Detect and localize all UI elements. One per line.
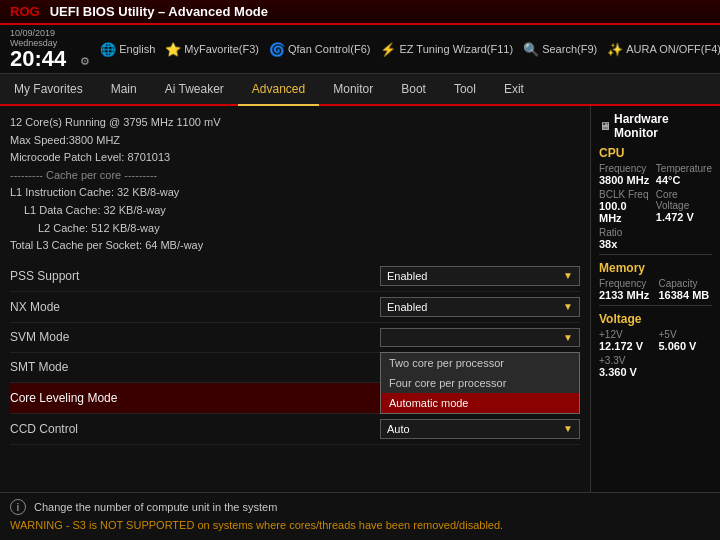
nav-item-advanced[interactable]: Advanced: [238, 74, 319, 106]
pss-support-label: PSS Support: [10, 269, 380, 283]
nav-item-boot[interactable]: Boot: [387, 74, 440, 104]
aura-icon: ✨: [607, 42, 623, 57]
pss-support-dropdown[interactable]: Enabled ▼: [380, 266, 580, 286]
nav-item-exit[interactable]: Exit: [490, 74, 538, 104]
dropdown-option-two-core[interactable]: Two core per processor: [381, 353, 579, 373]
cpu-memory-divider: [599, 254, 712, 255]
core-voltage-value: 1.472 V: [656, 211, 712, 223]
nx-mode-dropdown[interactable]: Enabled ▼: [380, 297, 580, 317]
rog-logo: ROG: [10, 4, 40, 19]
memory-stats-grid: Frequency 2133 MHz Capacity 16384 MB: [599, 278, 712, 301]
svm-mode-row: SVM Mode ▼ Two core per processor Four c…: [10, 323, 580, 353]
monitor-icon: 🖥: [599, 120, 610, 132]
ccd-control-value: Auto: [387, 423, 410, 435]
cache-l2: L2 Cache: 512 KB/8-way: [10, 220, 580, 238]
ccd-control-label: CCD Control: [10, 422, 380, 436]
ratio-value: 38x: [599, 238, 650, 250]
ratio-label: Ratio: [599, 227, 650, 238]
top-buttons-bar: 🌐 English ⭐ MyFavorite(F3) 🌀 Qfan Contro…: [100, 42, 720, 57]
cpu-frequency-value: 3800 MHz: [599, 174, 650, 186]
voltage-section-title: Voltage: [599, 312, 712, 326]
ez-tuning-button[interactable]: ⚡ EZ Tuning Wizard(F11): [380, 42, 513, 57]
settings-gear-icon[interactable]: ⚙: [80, 55, 90, 68]
left-content-panel: 12 Core(s) Running @ 3795 MHz 1100 mV Ma…: [0, 106, 590, 492]
memory-capacity-value: 16384 MB: [659, 289, 713, 301]
cpu-temperature-label: Temperature: [656, 163, 712, 174]
warning-message: WARNING - S3 is NOT SUPPORTED on systems…: [10, 519, 503, 531]
nav-item-my-favorites[interactable]: My Favorites: [0, 74, 97, 104]
cpu-info-line1: 12 Core(s) Running @ 3795 MHz 1100 mV: [10, 114, 580, 132]
nav-bar: My Favorites Main Ai Tweaker Advanced Mo…: [0, 74, 720, 106]
my-favorites-label: MyFavorite(F3): [184, 43, 259, 55]
nav-item-main[interactable]: Main: [97, 74, 151, 104]
qfan-button[interactable]: 🌀 Qfan Control(F6): [269, 42, 371, 57]
svm-dropdown-arrow: ▼: [563, 332, 573, 343]
cpu-temperature-value: 44°C: [656, 174, 712, 186]
warning-row: WARNING - S3 is NOT SUPPORTED on systems…: [10, 517, 710, 533]
info-row: i Change the number of compute unit in t…: [10, 497, 710, 517]
memory-frequency-value: 2133 MHz: [599, 289, 653, 301]
v5-cell: +5V 5.060 V: [659, 329, 713, 352]
cache-separator: --------- Cache per core ---------: [10, 167, 580, 185]
v5-value: 5.060 V: [659, 340, 713, 352]
memory-voltage-divider: [599, 305, 712, 306]
core-voltage-label: Core Voltage: [656, 189, 712, 211]
cpu-section-title: CPU: [599, 146, 712, 160]
memory-section-title: Memory: [599, 261, 712, 275]
title-bar: ROG UEFI BIOS Utility – Advanced Mode: [0, 0, 720, 25]
fan-icon: 🌀: [269, 42, 285, 57]
search-icon: 🔍: [523, 42, 539, 57]
language-label: English: [119, 43, 155, 55]
language-button[interactable]: 🌐 English: [100, 42, 155, 57]
cpu-frequency-label: Frequency: [599, 163, 650, 174]
memory-capacity-label: Capacity: [659, 278, 713, 289]
cpu-bclk-cell: BCLK Freq 100.0 MHz: [599, 189, 650, 224]
svm-mode-label: SVM Mode: [10, 330, 380, 344]
nav-item-tool[interactable]: Tool: [440, 74, 490, 104]
cpu-freq-label: Frequency 3800 MHz: [599, 163, 650, 186]
memory-frequency-label: Frequency: [599, 278, 653, 289]
cpu-voltage-cell: Core Voltage 1.472 V: [656, 189, 712, 224]
v33-label: +3.3V: [599, 355, 653, 366]
smt-mode-label: SMT Mode: [10, 360, 380, 374]
dropdown-option-four-core[interactable]: Four core per processor: [381, 373, 579, 393]
memory-capacity-cell: Capacity 16384 MB: [659, 278, 713, 301]
ez-tuning-label: EZ Tuning Wizard(F11): [399, 43, 513, 55]
cpu-ratio-cell: Ratio 38x: [599, 227, 650, 250]
nx-mode-value: Enabled: [387, 301, 427, 313]
cpu-info-line3: Microcode Patch Level: 8701013: [10, 149, 580, 167]
main-area: 12 Core(s) Running @ 3795 MHz 1100 mV Ma…: [0, 106, 720, 492]
cpu-stats-grid: Frequency 3800 MHz Temperature 44°C BCLK…: [599, 163, 712, 250]
aura-button[interactable]: ✨ AURA ON/OFF(F4): [607, 42, 720, 57]
pss-support-row: PSS Support Enabled ▼: [10, 261, 580, 292]
cache-l1i: L1 Instruction Cache: 32 KB/8-way: [10, 184, 580, 202]
bclk-label: BCLK Freq: [599, 189, 650, 200]
bclk-value: 100.0 MHz: [599, 200, 650, 224]
ccd-control-dropdown[interactable]: Auto ▼: [380, 419, 580, 439]
aura-label: AURA ON/OFF(F4): [626, 43, 720, 55]
v33-cell: +3.3V 3.360 V: [599, 355, 653, 378]
ccd-dropdown-arrow: ▼: [563, 423, 573, 434]
datetime-display: 10/09/2019 Wednesday 20:44: [10, 28, 66, 70]
hw-monitor-panel: 🖥 Hardware Monitor CPU Frequency 3800 MH…: [590, 106, 720, 492]
cache-l1d: L1 Data Cache: 32 KB/8-way: [10, 202, 580, 220]
date-display: 10/09/2019 Wednesday: [10, 28, 66, 48]
svm-mode-dropdown[interactable]: ▼: [380, 328, 580, 347]
info-bar: 10/09/2019 Wednesday 20:44 ⚙ 🌐 English ⭐…: [0, 25, 720, 74]
v12-value: 12.172 V: [599, 340, 653, 352]
my-favorites-button[interactable]: ⭐ MyFavorite(F3): [165, 42, 259, 57]
search-button[interactable]: 🔍 Search(F9): [523, 42, 597, 57]
tuning-icon: ⚡: [380, 42, 396, 57]
pss-dropdown-arrow: ▼: [563, 270, 573, 281]
info-message: Change the number of compute unit in the…: [34, 501, 277, 513]
time-display: 20:44: [10, 48, 66, 70]
nav-item-monitor[interactable]: Monitor: [319, 74, 387, 104]
bottom-info-area: i Change the number of compute unit in t…: [0, 492, 720, 540]
dropdown-option-auto[interactable]: Automatic mode: [381, 393, 579, 413]
svm-dropdown-popup: Two core per processor Four core per pro…: [380, 352, 580, 414]
nx-mode-label: NX Mode: [10, 300, 380, 314]
nav-item-ai-tweaker[interactable]: Ai Tweaker: [151, 74, 238, 104]
v12-label: +12V: [599, 329, 653, 340]
nx-dropdown-arrow: ▼: [563, 301, 573, 312]
favorites-icon: ⭐: [165, 42, 181, 57]
